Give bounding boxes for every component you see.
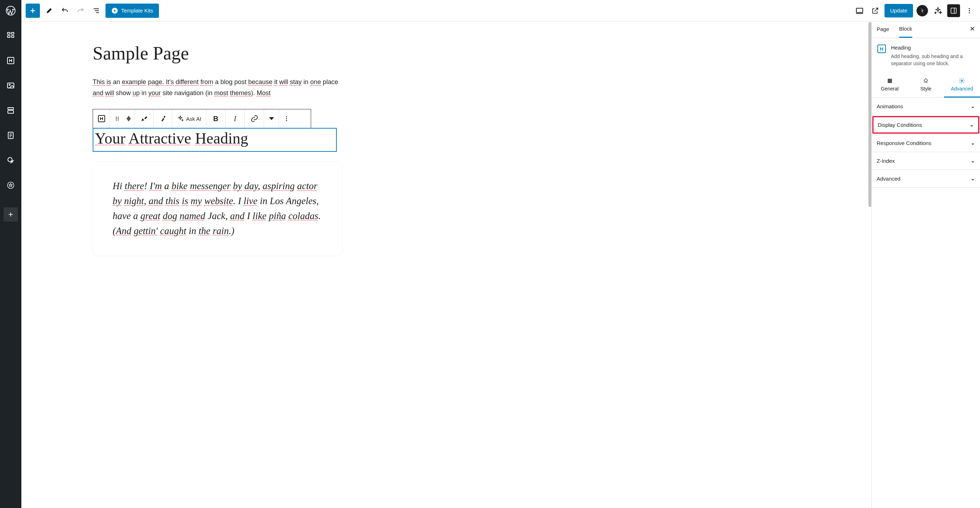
- bold-button[interactable]: B: [206, 110, 226, 128]
- chevron-down-icon: ⌄: [970, 122, 974, 127]
- block-toolbar: Ask AI B I: [93, 109, 311, 128]
- move-arrows[interactable]: [127, 116, 131, 121]
- spectra-button[interactable]: [916, 4, 929, 17]
- copy-style-button[interactable]: [135, 110, 154, 128]
- editor-canvas[interactable]: Sample Page This is an example page. It'…: [21, 21, 871, 508]
- subtab-style[interactable]: Style: [908, 74, 943, 97]
- tab-page[interactable]: Page: [877, 26, 889, 37]
- chevron-down-icon: ⌄: [971, 176, 975, 181]
- panel-z-index[interactable]: Z-Index ⌄: [872, 152, 980, 170]
- tab-block[interactable]: Block: [899, 25, 912, 38]
- cursor-icon[interactable]: [4, 154, 17, 167]
- subtab-advanced[interactable]: Advanced: [944, 74, 980, 98]
- template-kits-label: Template Kits: [121, 8, 153, 14]
- svg-point-28: [286, 120, 287, 121]
- block-inserter-button[interactable]: [25, 3, 40, 18]
- panel-responsive-conditions[interactable]: Responsive Conditions ⌄: [872, 134, 980, 152]
- page-icon[interactable]: [4, 129, 17, 142]
- update-button[interactable]: Update: [885, 4, 913, 17]
- svg-rect-15: [951, 8, 956, 13]
- more-options-button[interactable]: [963, 4, 976, 17]
- template-kits-button[interactable]: Template Kits: [105, 3, 159, 18]
- svg-point-20: [116, 117, 117, 118]
- chevron-down-icon: ⌄: [971, 140, 975, 146]
- panel-advanced[interactable]: Advanced ⌄: [872, 170, 980, 188]
- scrollbar[interactable]: [869, 22, 871, 207]
- heading-block-icon[interactable]: [4, 54, 17, 67]
- ask-ai-label: Ask AI: [186, 116, 201, 122]
- svg-point-30: [961, 80, 963, 82]
- dashboard-icon[interactable]: [4, 29, 17, 42]
- svg-point-22: [116, 118, 117, 119]
- star-icon[interactable]: [4, 179, 17, 192]
- drag-handle-icon[interactable]: [115, 116, 120, 121]
- admin-sidebar: [0, 0, 21, 508]
- italic-button[interactable]: I: [226, 110, 245, 128]
- settings-sidebar: Page Block ✕ H Heading Add heading, sub …: [871, 21, 980, 508]
- chevron-down-icon: ⌄: [971, 158, 975, 164]
- list-view-button[interactable]: [90, 4, 103, 17]
- svg-point-7: [9, 84, 10, 86]
- block-type-button[interactable]: [93, 110, 110, 128]
- svg-rect-6: [8, 83, 14, 88]
- svg-rect-9: [8, 110, 14, 113]
- block-name-label: Heading: [891, 44, 974, 51]
- heading-block[interactable]: Your Attractive Heading: [93, 128, 337, 152]
- block-more-button[interactable]: [279, 110, 294, 128]
- more-format-button[interactable]: [264, 110, 279, 128]
- link-button[interactable]: [245, 110, 264, 128]
- svg-rect-4: [11, 36, 14, 37]
- undo-button[interactable]: [59, 4, 71, 17]
- view-page-button[interactable]: [869, 4, 881, 17]
- svg-point-17: [969, 10, 970, 11]
- svg-rect-8: [8, 108, 14, 110]
- intro-paragraph[interactable]: This is an example page. It's different …: [93, 76, 342, 98]
- chevron-down-icon: ⌄: [971, 103, 975, 109]
- paste-style-button[interactable]: [154, 110, 172, 128]
- editor-toolbar: Template Kits Update: [21, 0, 980, 21]
- add-block-button[interactable]: [3, 207, 18, 222]
- page-title[interactable]: Sample Page: [93, 43, 342, 64]
- svg-rect-1: [8, 32, 10, 34]
- close-sidebar-button[interactable]: ✕: [970, 25, 975, 38]
- svg-point-24: [116, 120, 117, 121]
- svg-point-23: [118, 118, 119, 119]
- container-icon[interactable]: [4, 104, 17, 117]
- svg-rect-2: [11, 32, 14, 34]
- wp-logo-icon[interactable]: [4, 4, 17, 17]
- ai-button[interactable]: [932, 4, 944, 17]
- panel-display-conditions[interactable]: Display Conditions ⌄: [872, 116, 979, 133]
- svg-point-18: [969, 12, 970, 13]
- edit-mode-button[interactable]: [43, 4, 56, 17]
- panel-animations[interactable]: Animations ⌄: [872, 98, 980, 116]
- heading-block-type-icon: H: [877, 44, 886, 53]
- svg-point-26: [286, 116, 287, 117]
- redo-button[interactable]: [74, 4, 87, 17]
- block-description: Add heading, sub heading and a separator…: [891, 53, 974, 67]
- svg-point-25: [118, 120, 119, 121]
- ask-ai-button[interactable]: Ask AI: [172, 110, 206, 128]
- quote-block[interactable]: Hi there! I'm a bike messenger by day, a…: [93, 162, 342, 256]
- svg-rect-14: [856, 8, 863, 13]
- svg-point-27: [286, 118, 287, 119]
- image-icon[interactable]: [4, 79, 17, 92]
- svg-point-21: [118, 117, 119, 118]
- svg-rect-3: [8, 36, 10, 37]
- settings-toggle-button[interactable]: [947, 4, 960, 17]
- svg-point-16: [969, 8, 970, 9]
- device-preview-button[interactable]: [853, 4, 866, 17]
- svg-rect-29: [888, 79, 892, 83]
- subtab-general[interactable]: General: [872, 74, 908, 97]
